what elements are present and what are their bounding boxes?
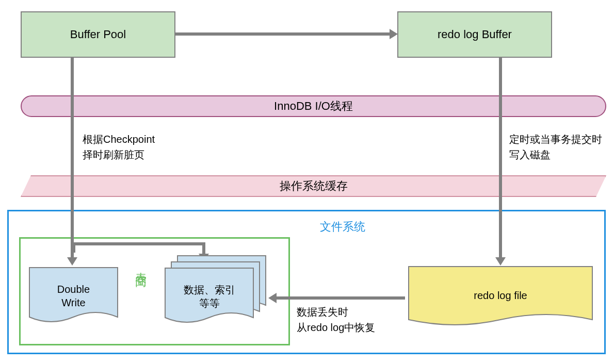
recover-line1: 数据丢失时 [297,304,375,320]
commit-line1: 定时或当事务提交时 [509,131,602,147]
arrow-bufferpool-down [71,58,74,257]
data-index-doc1: 数据、索引等等 [164,267,254,329]
arrow-elbow-v2 [202,242,205,254]
checkpoint-line1: 根据Checkpoint [83,131,155,147]
innodb-threads-pill: InnoDB I/O线程 [21,95,606,117]
redo-buffer-label: redo log Buffer [438,28,512,41]
os-cache-label: 操作系统缓存 [280,178,348,194]
redo-file-label: redo log file [408,290,593,302]
commit-line2: 写入磁盘 [509,147,602,162]
tablespace-label: 表空间 [133,263,149,269]
redo-file-doc: redo log file [408,266,593,333]
filesystem-label: 文件系统 [320,219,365,235]
buffer-pool-box: Buffer Pool [21,11,175,58]
redo-buffer-box: redo log Buffer [397,11,552,58]
buffer-pool-label: Buffer Pool [70,28,126,41]
checkpoint-label: 根据Checkpoint 择时刷新脏页 [83,131,155,162]
commit-label: 定时或当事务提交时 写入磁盘 [509,131,602,162]
data-index-label: 数据、索引等等 [164,283,254,310]
double-write-doc: DoubleWrite [28,267,119,328]
arrow-redo-to-data [276,296,405,300]
recover-label: 数据丢失时 从redo log中恢复 [297,304,375,335]
arrow-elbow-h [72,242,202,245]
innodb-threads-label: InnoDB I/O线程 [274,98,353,114]
double-write-label: DoubleWrite [28,283,119,309]
diagram-canvas: Buffer Pool redo log Buffer InnoDB I/O线程… [0,0,614,364]
recover-line2: 从redo log中恢复 [297,320,375,335]
checkpoint-line2: 择时刷新脏页 [83,147,155,162]
arrow-buffer-to-redo [175,32,390,36]
os-cache-bar: 操作系统缓存 [21,175,606,197]
arrow-redobuffer-down [499,58,502,257]
